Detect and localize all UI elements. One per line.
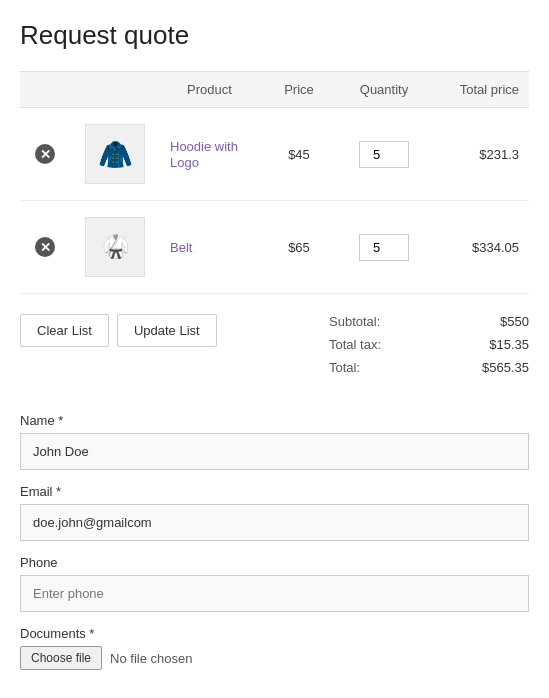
page-title: Request quote bbox=[20, 20, 529, 51]
order-summary: Subtotal: $550 Total tax: $15.35 Total: … bbox=[329, 314, 529, 383]
email-group: Email * bbox=[20, 484, 529, 541]
hoodie-thumbnail: 🧥 bbox=[85, 124, 145, 184]
phone-group: Phone bbox=[20, 555, 529, 612]
remove-icon: ✕ bbox=[35, 144, 55, 164]
belt-icon: 🥋 bbox=[102, 234, 129, 260]
belt-total: $334.05 bbox=[429, 240, 529, 255]
clear-list-button[interactable]: Clear List bbox=[20, 314, 109, 347]
quote-form: Name * Email * Phone Documents * Choose … bbox=[20, 413, 529, 670]
belt-link[interactable]: Belt bbox=[170, 240, 192, 255]
table-row: ✕ 🧥 Hoodie with Logo $45 $231.3 bbox=[20, 108, 529, 201]
remove-icon: ✕ bbox=[35, 237, 55, 257]
email-label: Email * bbox=[20, 484, 529, 499]
no-file-text: No file chosen bbox=[110, 651, 192, 666]
remove-hoodie-button[interactable]: ✕ bbox=[35, 144, 55, 164]
total-row: Total: $565.35 bbox=[329, 360, 529, 375]
hoodie-total: $231.3 bbox=[429, 147, 529, 162]
tax-label: Total tax: bbox=[329, 337, 381, 352]
remove-belt-button[interactable]: ✕ bbox=[35, 237, 55, 257]
subtotal-label: Subtotal: bbox=[329, 314, 380, 329]
choose-file-button[interactable]: Choose file bbox=[20, 646, 102, 670]
list-actions: Clear List Update List bbox=[20, 314, 217, 347]
email-input[interactable] bbox=[20, 504, 529, 541]
total-label: Total: bbox=[329, 360, 360, 375]
col-product-header: Product bbox=[160, 82, 259, 97]
belt-thumbnail: 🥋 bbox=[85, 217, 145, 277]
actions-summary-row: Clear List Update List Subtotal: $550 To… bbox=[20, 314, 529, 383]
documents-group: Documents * Choose file No file chosen bbox=[20, 626, 529, 670]
belt-quantity-input[interactable] bbox=[359, 234, 409, 261]
tax-value: $15.35 bbox=[489, 337, 529, 352]
name-input[interactable] bbox=[20, 433, 529, 470]
col-thumb-empty bbox=[70, 82, 160, 97]
belt-price: $65 bbox=[259, 240, 339, 255]
hoodie-quantity-input[interactable] bbox=[359, 141, 409, 168]
update-list-button[interactable]: Update List bbox=[117, 314, 217, 347]
subtotal-row: Subtotal: $550 bbox=[329, 314, 529, 329]
phone-label: Phone bbox=[20, 555, 529, 570]
col-quantity-header: Quantity bbox=[339, 82, 429, 97]
hoodie-link[interactable]: Hoodie with Logo bbox=[170, 139, 238, 170]
name-label: Name * bbox=[20, 413, 529, 428]
table-header: Product Price Quantity Total price bbox=[20, 71, 529, 108]
total-value: $565.35 bbox=[482, 360, 529, 375]
name-group: Name * bbox=[20, 413, 529, 470]
subtotal-value: $550 bbox=[500, 314, 529, 329]
col-total-header: Total price bbox=[429, 82, 529, 97]
tax-row: Total tax: $15.35 bbox=[329, 337, 529, 352]
phone-input[interactable] bbox=[20, 575, 529, 612]
col-empty bbox=[20, 82, 70, 97]
hoodie-icon: 🧥 bbox=[98, 138, 133, 171]
col-price-header: Price bbox=[259, 82, 339, 97]
table-row: ✕ 🥋 Belt $65 $334.05 bbox=[20, 201, 529, 294]
hoodie-price: $45 bbox=[259, 147, 339, 162]
documents-label: Documents * bbox=[20, 626, 529, 641]
file-input-wrapper: Choose file No file chosen bbox=[20, 646, 529, 670]
